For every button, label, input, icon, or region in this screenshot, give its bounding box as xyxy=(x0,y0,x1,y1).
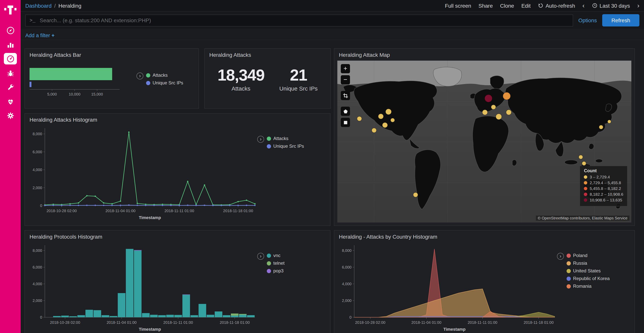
panel-title: Heralding Attacks Histogram xyxy=(25,114,330,123)
sidebar-item-discover[interactable] xyxy=(4,25,17,36)
time-forward-chevron[interactable]: › xyxy=(637,2,640,9)
fit-data-bounds-button[interactable] xyxy=(341,91,350,100)
sidebar-item-dashboard[interactable] xyxy=(4,53,17,65)
breadcrumb-separator: / xyxy=(54,3,56,9)
attack-location-dot[interactable] xyxy=(482,110,488,115)
auto-refresh-button[interactable]: Auto-refresh xyxy=(538,3,575,9)
legend-dot-icon xyxy=(267,253,271,258)
legend-item[interactable]: Poland xyxy=(566,253,610,258)
legend-item[interactable]: pop3 xyxy=(267,268,284,273)
main-content: Dashboard / Heralding Full screen Share … xyxy=(21,0,644,333)
attack-location-dot[interactable] xyxy=(503,92,510,100)
map-legend-row: 2,729.4 – 5,455.8 xyxy=(584,180,623,185)
protocols-histogram-chart: 02,0004,0006,0008,0002018-10-28 02:00201… xyxy=(27,240,257,333)
add-filter-link[interactable]: Add a filter + xyxy=(25,33,54,38)
options-link[interactable]: Options xyxy=(578,17,597,24)
share-button[interactable]: Share xyxy=(478,3,493,9)
legend-toggle-icon[interactable]: › xyxy=(257,136,264,143)
legend-item[interactable]: Attacks xyxy=(267,136,304,141)
legend-dot-icon xyxy=(267,269,271,273)
svg-text:4,000: 4,000 xyxy=(32,168,42,172)
legend: vnctelnetpop3 xyxy=(267,253,284,273)
filter-bar: Add a filter + xyxy=(21,29,644,40)
map-legend-dot-icon xyxy=(584,181,588,184)
wrench-icon xyxy=(6,83,15,92)
svg-text:2018-11-18 01:00: 2018-11-18 01:00 xyxy=(220,320,250,324)
bug-icon xyxy=(6,69,15,77)
legend-item[interactable]: Unique Src IPs xyxy=(267,143,304,149)
attack-location-dot[interactable] xyxy=(382,123,388,128)
full-screen-button[interactable]: Full screen xyxy=(445,3,471,9)
attack-location-dot[interactable] xyxy=(506,110,512,115)
svg-text:2018-11-11 01:00: 2018-11-11 01:00 xyxy=(163,320,193,324)
attack-location-dot[interactable] xyxy=(599,125,603,129)
sidebar-item-dev-tools[interactable] xyxy=(4,81,17,93)
legend-item[interactable]: Unique Src IPs xyxy=(146,80,183,86)
refresh-button[interactable]: Refresh xyxy=(602,14,640,27)
legend-toggle-icon[interactable]: › xyxy=(257,253,264,260)
attack-location-dot[interactable] xyxy=(413,192,418,197)
svg-text:5,000: 5,000 xyxy=(47,92,57,96)
panel-title: Heralding Protocols Histogram xyxy=(25,231,330,240)
legend-item[interactable]: vnc xyxy=(267,253,284,258)
svg-text:2018-10-28 02:00: 2018-10-28 02:00 xyxy=(46,209,77,213)
sidebar-item-security[interactable] xyxy=(4,67,17,79)
map-legend-dot-icon xyxy=(584,198,588,202)
panel-heralding-attacks-metric: Heralding Attacks 18,349 Attacks 21 Uniq… xyxy=(204,48,331,109)
time-range-picker[interactable]: Last 30 days xyxy=(592,3,630,9)
legend-item[interactable]: telnet xyxy=(267,260,284,266)
sidebar-item-visualize[interactable] xyxy=(4,39,17,50)
time-back-chevron[interactable]: ‹ xyxy=(582,2,584,9)
legend-dot-icon xyxy=(566,261,571,265)
sidebar-item-monitoring[interactable] xyxy=(4,96,17,107)
legend-item[interactable]: Russia xyxy=(566,260,610,266)
legend-item[interactable]: Romania xyxy=(566,283,610,289)
legend-toggle-icon[interactable]: › xyxy=(557,253,564,260)
map-legend: Count 3 – 2,729.42,729.4 – 5,455.85,455.… xyxy=(580,166,628,206)
metric-attacks: 18,349 Attacks xyxy=(218,66,264,92)
map-legend-row: 10,908.6 – 13,635 xyxy=(584,198,623,202)
attack-location-dot[interactable] xyxy=(608,120,611,123)
attack-location-dot[interactable] xyxy=(579,155,583,159)
svg-text:2018-11-18 01:00: 2018-11-18 01:00 xyxy=(524,320,554,324)
zoom-in-button[interactable]: + xyxy=(341,64,350,73)
attack-location-dot[interactable] xyxy=(386,109,392,115)
sidebar-item-management[interactable] xyxy=(4,110,17,121)
legend-item[interactable]: Attacks xyxy=(146,73,183,78)
metric-value: 18,349 xyxy=(218,66,264,84)
breadcrumb-current: Heralding xyxy=(58,3,82,9)
svg-text:Timestamp: Timestamp xyxy=(139,327,161,332)
legend-item[interactable]: Republic of Korea xyxy=(566,276,610,281)
attack-location-dot[interactable] xyxy=(357,116,362,121)
panel-heralding-attacks-bar: Heralding Attacks Bar 5,00010,00015,000 … xyxy=(24,48,199,109)
t-mobile-logo[interactable] xyxy=(4,3,17,16)
breadcrumb-dashboard-link[interactable]: Dashboard xyxy=(25,3,52,9)
country-histogram-chart: 02,0004,0006,0008,0002018-10-28 02:00201… xyxy=(336,240,557,333)
map-attribution: © OpenStreetMap contributors, Elastic Ma… xyxy=(536,216,630,221)
attack-location-dot[interactable] xyxy=(491,105,496,109)
legend-dot-icon xyxy=(267,136,271,141)
svg-text:8,000: 8,000 xyxy=(32,132,42,136)
legend-dot-icon xyxy=(146,81,150,85)
world-map[interactable]: + − Count 3 – 2,729.42,72 xyxy=(337,61,631,222)
svg-text:10,000: 10,000 xyxy=(68,92,80,96)
crop-icon xyxy=(342,93,348,98)
compass-icon xyxy=(6,26,15,35)
draw-polygon-button[interactable] xyxy=(341,107,350,116)
svg-text:2018-11-11 01:00: 2018-11-11 01:00 xyxy=(468,320,498,324)
zoom-out-button[interactable]: − xyxy=(341,75,350,84)
legend-toggle-icon[interactable]: › xyxy=(136,73,143,79)
terminal-prompt-icon: >_ xyxy=(30,18,36,23)
search-input[interactable] xyxy=(39,17,569,24)
attack-location-dot[interactable] xyxy=(485,95,492,102)
legend-item[interactable]: United States xyxy=(566,268,610,273)
attack-location-dot[interactable] xyxy=(378,114,384,119)
svg-text:4,000: 4,000 xyxy=(32,282,42,286)
draw-rectangle-button[interactable] xyxy=(341,118,350,127)
edit-button[interactable]: Edit xyxy=(521,3,530,9)
attack-location-dot[interactable] xyxy=(582,161,586,165)
clone-button[interactable]: Clone xyxy=(500,3,514,9)
attack-location-dot[interactable] xyxy=(372,128,376,133)
attack-location-dot[interactable] xyxy=(390,118,395,122)
attack-location-dot[interactable] xyxy=(496,114,502,120)
